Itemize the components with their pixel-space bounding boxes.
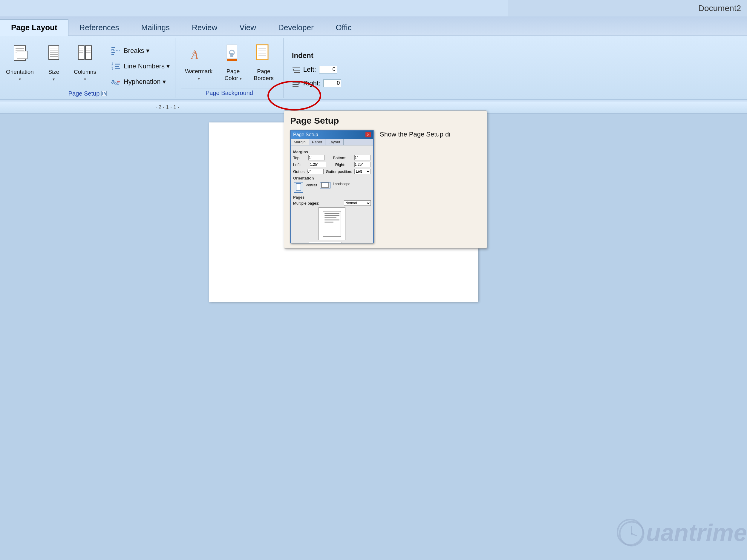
indent-right-row: Right:	[292, 79, 341, 87]
line-numbers-icon: 1 2 3	[110, 61, 121, 72]
orientation-label: Orientation▾	[6, 69, 34, 82]
indent-group: Indent Left:	[284, 38, 349, 98]
svg-rect-38	[230, 53, 233, 57]
breaks-button[interactable]: Breaks ▾	[108, 44, 172, 58]
preview-line-4	[325, 219, 339, 220]
page-borders-label: PageBorders	[254, 68, 274, 82]
preview-line-1	[325, 213, 339, 214]
svg-rect-57	[321, 183, 329, 188]
top-margin-row: Top: Bottom:	[293, 155, 371, 160]
watermark-clock-icon	[617, 519, 644, 546]
apply-to-select[interactable]: Whole document	[309, 242, 342, 243]
orientation-buttons: Portrait Landscape	[293, 181, 371, 193]
size-button[interactable]: Size▾	[40, 42, 67, 84]
gutter-position-select[interactable]: Left	[354, 169, 371, 174]
mini-page-setup-dialog: Page Setup ✕ Margin Paper Layout Margins…	[290, 130, 374, 243]
svg-rect-20	[111, 47, 115, 48]
svg-rect-30	[115, 69, 120, 69]
orientation-button[interactable]: Orientation▾	[3, 42, 37, 84]
line-numbers-label: Line Numbers ▾	[124, 62, 170, 70]
tooltip-popup: Page Setup Page Setup ✕ Margin Paper Lay…	[284, 110, 487, 248]
tab-office[interactable]: Offic	[325, 19, 363, 35]
svg-text:3: 3	[111, 67, 113, 70]
watermark-logo: uantrime	[617, 519, 747, 548]
top-margin-input[interactable]	[308, 155, 325, 160]
multiple-pages-row: Multiple pages: Normal	[293, 201, 371, 206]
bottom-margin-input[interactable]	[354, 155, 371, 160]
watermark-label: Watermark▾	[185, 68, 212, 82]
margins-section-label: Margins	[293, 150, 371, 154]
left-margin-row: Left: Right:	[293, 162, 371, 167]
orientation-section-label: Orientation	[293, 176, 371, 180]
page-background-group: A A Watermark▾	[175, 38, 284, 98]
ribbon-stack: Breaks ▾ 1 2 3	[108, 41, 172, 89]
tab-references[interactable]: References	[69, 19, 130, 35]
tooltip-description: Show the Page Setup di	[380, 130, 481, 139]
columns-icon	[74, 44, 95, 68]
watermark-icon: A A	[189, 43, 209, 67]
portrait-button[interactable]	[294, 182, 303, 193]
gutter-input[interactable]	[307, 169, 324, 174]
orientation-icon	[9, 44, 30, 68]
svg-rect-5	[17, 51, 27, 59]
hyphenation-icon: a bc	[110, 76, 121, 87]
page-background-content: A A Watermark▾	[181, 38, 277, 88]
right-margin-input[interactable]	[354, 162, 371, 167]
document-title: Document2	[698, 4, 741, 13]
title-bar: Document2	[508, 0, 747, 17]
page-color-icon	[224, 43, 243, 67]
left-indent-icon	[292, 66, 300, 73]
gutter-row: Gutter: Gutter position: Left	[293, 169, 371, 174]
mini-dialog-body: Margins Top: Bottom: Left: Right: Gutter…	[291, 145, 373, 243]
tab-page-layout[interactable]: Page Layout	[0, 20, 69, 36]
multiple-pages-select[interactable]: Normal	[344, 201, 371, 206]
left-indent-input[interactable]	[319, 66, 337, 74]
svg-rect-24	[111, 54, 114, 55]
tab-view[interactable]: View	[228, 19, 267, 35]
left-label: Left:	[303, 66, 316, 74]
landscape-label: Landscape	[333, 182, 351, 193]
hyphenation-button[interactable]: a bc Hyphenation ▾	[108, 75, 172, 89]
landscape-button[interactable]	[320, 182, 331, 188]
page-setup-group: Orientation▾	[0, 38, 175, 98]
page-setup-group-label: Page Setup	[3, 89, 172, 98]
page-borders-button[interactable]: PageBorders	[250, 41, 277, 84]
watermark-text: uantrime	[646, 519, 747, 546]
mini-preview	[318, 207, 345, 240]
mini-dialog-close-button[interactable]: ✕	[365, 132, 371, 137]
mini-tab-layout[interactable]: Layout	[326, 139, 343, 145]
ribbon: Page Layout References Mailings Review V…	[0, 17, 747, 100]
line-numbers-button[interactable]: 1 2 3 Line Numbers ▾	[108, 59, 172, 74]
left-margin-input[interactable]	[310, 162, 326, 167]
svg-rect-39	[227, 59, 237, 61]
columns-button[interactable]: Columns▾	[71, 42, 99, 84]
mini-preview-page	[323, 211, 341, 237]
svg-rect-29	[115, 66, 119, 67]
svg-rect-56	[296, 184, 301, 190]
apply-to-row: Apply to: Whole document	[293, 242, 371, 243]
tab-review[interactable]: Review	[181, 19, 228, 35]
hyphenation-label: Hyphenation ▾	[124, 78, 166, 86]
svg-text:A: A	[191, 48, 196, 56]
preview-line-2	[325, 215, 339, 216]
pages-section-label: Pages	[293, 195, 371, 199]
mini-tab-margin[interactable]: Margin	[291, 139, 309, 145]
svg-rect-21	[111, 49, 114, 50]
tab-bar: Page Layout References Mailings Review V…	[0, 17, 747, 36]
right-label: Right:	[303, 79, 320, 87]
watermark-button[interactable]: A A Watermark▾	[181, 41, 216, 84]
right-indent-input[interactable]	[323, 79, 341, 87]
mini-tab-paper[interactable]: Paper	[309, 139, 326, 145]
preview-line-3	[325, 217, 336, 218]
tab-developer[interactable]: Developer	[267, 19, 325, 35]
page-color-label: PageColor ▾	[224, 68, 242, 82]
columns-label: Columns▾	[74, 69, 96, 82]
ribbon-body: Orientation▾	[0, 36, 747, 100]
tab-mailings[interactable]: Mailings	[130, 19, 181, 35]
svg-rect-23	[111, 52, 115, 53]
page-color-button[interactable]: PageColor ▾	[220, 41, 247, 84]
indent-label: Indent	[292, 51, 313, 60]
svg-line-61	[632, 534, 637, 536]
page-setup-launcher-button[interactable]	[101, 91, 107, 96]
tooltip-content: Page Setup ✕ Margin Paper Layout Margins…	[290, 130, 481, 243]
